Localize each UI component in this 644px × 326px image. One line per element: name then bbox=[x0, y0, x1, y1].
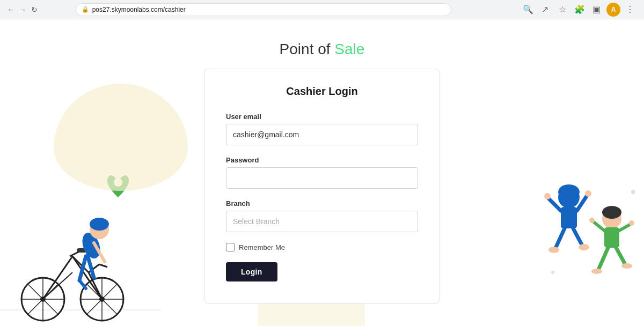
page-title-prefix: Point of bbox=[280, 41, 335, 57]
svg-line-50 bbox=[616, 248, 625, 264]
url-text: pos27.skymoonlabs.com/cashier bbox=[92, 6, 186, 13]
svg-point-37 bbox=[585, 190, 591, 197]
login-button[interactable]: Login bbox=[226, 262, 277, 281]
svg-point-47 bbox=[589, 218, 595, 223]
page-content: Point of Sale Cashier Login User email P… bbox=[0, 19, 644, 326]
svg-line-28 bbox=[87, 255, 94, 278]
svg-rect-44 bbox=[604, 227, 619, 248]
browser-chrome: ← → ↻ 🔒 pos27.skymoonlabs.com/cashier 🔍 … bbox=[0, 0, 644, 19]
svg-point-54 bbox=[631, 190, 635, 194]
menu-button[interactable]: ⋮ bbox=[623, 2, 638, 17]
reload-button[interactable]: ↻ bbox=[30, 5, 39, 14]
back-button[interactable]: ← bbox=[6, 5, 15, 14]
svg-line-49 bbox=[598, 248, 608, 270]
svg-point-52 bbox=[621, 263, 632, 269]
branch-label: Branch bbox=[226, 199, 418, 208]
svg-line-38 bbox=[555, 228, 565, 248]
svg-point-48 bbox=[629, 220, 634, 226]
password-input[interactable] bbox=[226, 167, 418, 189]
svg-point-53 bbox=[551, 271, 554, 274]
branch-input[interactable] bbox=[226, 211, 418, 232]
bookmark-button[interactable]: ☆ bbox=[555, 2, 570, 17]
svg-point-24 bbox=[90, 218, 109, 231]
login-card: Cashier Login User email Password Branch… bbox=[204, 69, 440, 303]
svg-line-46 bbox=[619, 224, 631, 231]
browser-action-buttons: 🔍 ↗ ☆ 🧩 ▣ A ⋮ bbox=[521, 2, 638, 17]
svg-line-39 bbox=[573, 228, 582, 246]
forward-button[interactable]: → bbox=[18, 5, 27, 14]
login-card-title: Cashier Login bbox=[226, 85, 418, 98]
remember-me-checkbox[interactable] bbox=[226, 243, 235, 251]
svg-point-41 bbox=[579, 244, 589, 250]
extensions-button[interactable]: 🧩 bbox=[572, 2, 587, 17]
zoom-button[interactable]: 🔍 bbox=[521, 2, 536, 17]
profile-button[interactable]: A bbox=[606, 3, 620, 17]
email-label: User email bbox=[226, 113, 418, 121]
svg-point-51 bbox=[591, 269, 602, 274]
svg-point-40 bbox=[548, 247, 559, 253]
svg-line-19 bbox=[99, 264, 107, 267]
page-title: Point of Sale bbox=[280, 41, 365, 58]
branch-group: Branch bbox=[226, 199, 418, 232]
decorative-blob-left bbox=[54, 84, 188, 191]
browser-nav-controls: ← → ↻ bbox=[6, 5, 39, 14]
svg-rect-33 bbox=[561, 207, 577, 228]
svg-line-27 bbox=[79, 280, 86, 288]
sidebar-button[interactable]: ▣ bbox=[589, 2, 604, 17]
remember-me-group: Remember Me bbox=[226, 243, 418, 251]
lock-icon: 🔒 bbox=[82, 6, 89, 13]
svg-point-32 bbox=[558, 184, 580, 199]
illustration-right bbox=[537, 165, 644, 326]
address-bar[interactable]: 🔒 pos27.skymoonlabs.com/cashier bbox=[76, 3, 451, 16]
share-button[interactable]: ↗ bbox=[538, 2, 553, 17]
password-group: Password bbox=[226, 156, 418, 189]
svg-point-36 bbox=[544, 193, 551, 199]
remember-me-label[interactable]: Remember Me bbox=[239, 243, 285, 251]
svg-line-45 bbox=[593, 221, 604, 231]
page-title-highlight: Sale bbox=[334, 41, 364, 57]
email-input[interactable] bbox=[226, 124, 418, 145]
svg-point-43 bbox=[602, 206, 621, 219]
password-label: Password bbox=[226, 156, 418, 164]
email-group: User email bbox=[226, 113, 418, 145]
